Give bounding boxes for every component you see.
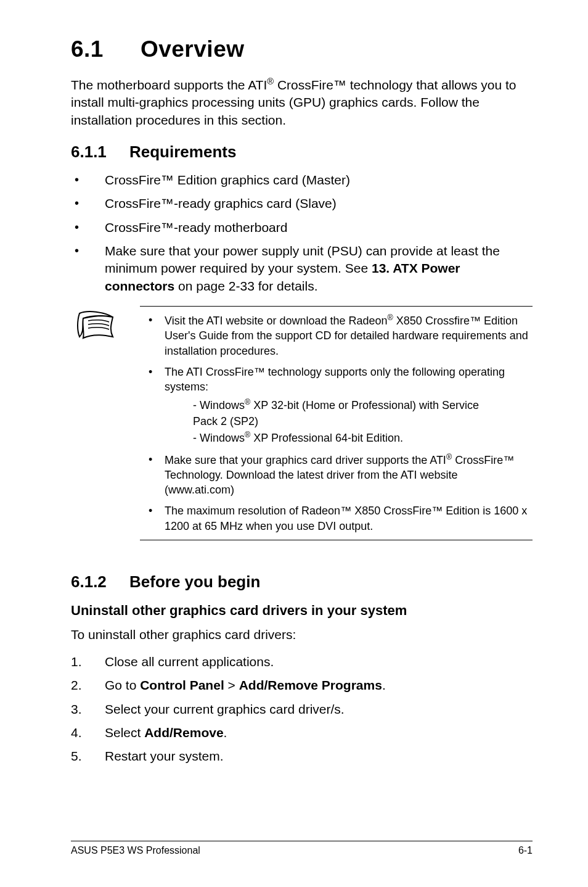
text: Visit the ATI website or download the Ra… xyxy=(165,315,388,327)
text: XP Professional 64-bit Edition. xyxy=(250,432,403,444)
sub-item: - Windows® XP Professional 64-bit Editio… xyxy=(193,430,529,445)
text: Select your current graphics card driver… xyxy=(105,702,345,716)
text: - Windows xyxy=(193,432,245,444)
list-item: Select your current graphics card driver… xyxy=(71,701,533,718)
text: Restart your system. xyxy=(105,749,224,763)
list-item: CrossFire™-ready motherboard xyxy=(71,219,533,236)
note-box: Visit the ATI website or download the Ra… xyxy=(71,306,533,540)
text: Make sure that your graphics card driver… xyxy=(165,454,446,466)
list-item: CrossFire™ Edition graphics card (Master… xyxy=(71,171,533,189)
registered-symbol: ® xyxy=(446,453,452,461)
steps-list: Close all current applications. Go to Co… xyxy=(71,653,533,765)
paragraph: To uninstall other graphics card drivers… xyxy=(71,626,533,643)
list-item: Go to Control Panel > Add/Remove Program… xyxy=(71,677,533,694)
subsection-heading: 6.1.2Before you begin xyxy=(71,571,533,593)
text: - Windows xyxy=(193,399,245,411)
note-item: The ATI CrossFire™ technology supports o… xyxy=(140,365,529,445)
footer-right: 6-1 xyxy=(518,844,533,857)
note-item: The maximum resolution of Radeon™ X850 C… xyxy=(140,503,529,534)
note-item: Visit the ATI website or download the Ra… xyxy=(140,313,529,358)
list-item: Restart your system. xyxy=(71,748,533,765)
text: The ATI CrossFire™ technology supports o… xyxy=(165,366,505,393)
sub-heading: Uninstall other graphics card drivers in… xyxy=(71,601,533,620)
intro-paragraph: The motherboard supports the ATI® CrossF… xyxy=(71,76,533,129)
requirements-list: CrossFire™ Edition graphics card (Master… xyxy=(71,171,533,295)
registered-symbol: ® xyxy=(388,313,393,322)
text: Go to xyxy=(105,678,140,692)
list-item: Close all current applications. xyxy=(71,653,533,670)
subsection-number: 6.1.1 xyxy=(71,141,129,163)
subsection-title: Before you begin xyxy=(129,572,260,591)
note-item: Make sure that your graphics card driver… xyxy=(140,452,529,498)
bold-text: Add/Remove xyxy=(144,725,223,740)
subsection-heading: 6.1.1Requirements xyxy=(71,141,533,163)
text: The maximum resolution of Radeon™ X850 C… xyxy=(165,505,527,532)
registered-symbol: ® xyxy=(245,398,250,406)
sub-list: - Windows® XP 32-bit (Home or Profession… xyxy=(193,397,529,446)
page-footer: ASUS P5E3 WS Professional 6-1 xyxy=(71,841,533,857)
heading-number: 6.1 xyxy=(71,36,104,62)
list-item: CrossFire™-ready graphics card (Slave) xyxy=(71,195,533,212)
subsection-number: 6.1.2 xyxy=(71,571,129,593)
text: Pack 2 (SP2) xyxy=(193,415,258,427)
text: > xyxy=(224,678,239,692)
text: Close all current applications. xyxy=(105,654,274,669)
text: CrossFire™-ready graphics card (Slave) xyxy=(105,196,337,210)
note-content: Visit the ATI website or download the Ra… xyxy=(140,306,533,540)
page: 6.1Overview The motherboard supports the… xyxy=(0,0,588,887)
bold-text: Add/Remove Programs xyxy=(239,678,382,692)
footer-left: ASUS P5E3 WS Professional xyxy=(71,844,200,857)
text: on page 2-33 for details. xyxy=(174,279,317,293)
heading-title: Overview xyxy=(141,36,245,62)
text: XP 32-bit (Home or Professional) with Se… xyxy=(250,399,479,411)
text: CrossFire™ Edition graphics card (Master… xyxy=(105,173,350,187)
text: The motherboard supports the ATI xyxy=(71,78,267,92)
sub-item-cont: Pack 2 (SP2) xyxy=(193,414,529,429)
list-item: Make sure that your power supply unit (P… xyxy=(71,242,533,295)
sub-item: - Windows® XP 32-bit (Home or Profession… xyxy=(193,397,529,413)
text: CrossFire™-ready motherboard xyxy=(105,220,287,234)
bold-text: Control Panel xyxy=(140,678,224,692)
registered-symbol: ® xyxy=(267,76,274,86)
text: Select xyxy=(105,725,144,740)
note-icon xyxy=(76,311,115,339)
section-heading: 6.1Overview xyxy=(71,34,533,65)
text: . xyxy=(224,725,227,740)
text: . xyxy=(382,678,386,692)
list-item: Select Add/Remove. xyxy=(71,724,533,741)
subsection-title: Requirements xyxy=(129,142,236,161)
registered-symbol: ® xyxy=(245,431,250,439)
